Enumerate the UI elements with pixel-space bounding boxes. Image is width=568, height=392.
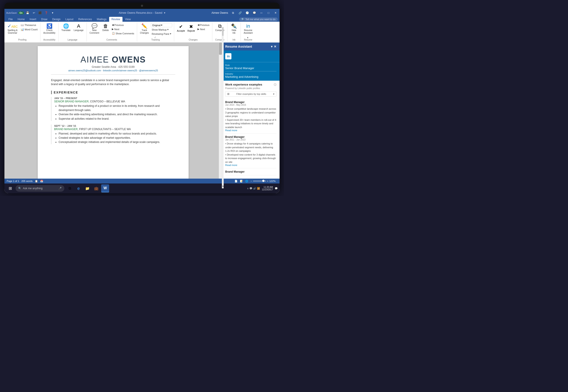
reviewing-pane-arrow: ▾ [170,32,171,35]
tracking-expand-icon[interactable]: ⤢ [154,36,156,39]
next-change-button[interactable]: ▶ Next [196,27,210,31]
show-markup-button[interactable]: Show Markup ▾ [151,28,172,31]
resume-collapse-icon[interactable]: ▲ [247,36,249,39]
zoom-slider[interactable] [253,181,266,182]
close-button[interactable]: ✕ [273,11,278,15]
tab-mailings[interactable]: Mailings [94,17,109,22]
tab-insert[interactable]: Insert [27,17,38,22]
tab-home[interactable]: Home [15,17,27,22]
notification-icon[interactable]: 💬 [275,187,278,190]
minimize-button[interactable]: ─ [259,11,264,15]
bullet-2-3: Conceptualized strategic initiatives and… [59,140,175,144]
check-accessibility-button[interactable]: ♿ Check Accessibility [42,23,56,35]
panel-body: Work experience examples ⓘ Powered by Li… [222,81,280,179]
tell-me-bar[interactable]: 🔍 Tell me what you want to do [239,17,278,21]
undo-icon[interactable]: ↩ [31,10,36,15]
doc-page: AIMEE OWENS Greater Seattle Area · 425 5… [38,46,189,179]
scroll-thumb[interactable] [219,42,222,55]
delete-comment-icon: 🗑 [103,24,108,28]
file-explorer-icon[interactable]: 📁 [83,184,91,192]
spelling-grammar-button[interactable]: ✓ABC Spelling & Grammar [6,23,19,35]
last-name: OWENS [112,55,146,64]
time-display: 11:20 AM [262,186,273,188]
tab-file[interactable]: File [6,17,15,22]
word-count-button[interactable]: 📊 Word Count [20,28,39,31]
zoom-out-btn[interactable]: − [251,180,252,182]
customize-icon[interactable]: ▾ [50,10,55,15]
accept-button[interactable]: ✔ Accept▾ [176,23,186,33]
panel-close-icon[interactable]: ✕ [274,45,276,48]
bullet-1-2: Oversee the wide-reaching advertising in… [59,112,175,117]
maximize-button[interactable]: □ [266,11,271,15]
tab-review[interactable]: Review [109,17,122,22]
track-changes-icon: ✏️ [141,24,147,28]
view-web-icon[interactable]: 🌐 [245,180,248,182]
compare-icon: ⧉ [218,24,222,28]
dropdown-arrow[interactable]: ▾ [164,11,165,14]
help-icon[interactable]: ❓ [44,10,49,15]
task-view-icon[interactable]: ⧉ [66,184,74,192]
scroll-track[interactable] [219,42,222,179]
next-comment-button[interactable]: ▶ Next [111,27,135,31]
tab-references[interactable]: References [76,17,94,22]
start-button[interactable]: ⊞ [6,184,14,192]
prev-change-button[interactable]: ◀ Previous [196,23,210,27]
next-comment-label: Next [114,28,119,31]
zoom-in-btn[interactable]: + [267,180,269,182]
tab-design[interactable]: Design [50,17,62,22]
show-markup-arrow: ▾ [167,28,169,31]
word-icon[interactable]: W [101,184,109,192]
document-title: Aimee Owens Resume.docx - Saved [119,11,162,14]
job-bullets-2: Planned, developed and aided in marketin… [54,132,175,144]
proofing-side: 📖 Thesaurus 📊 Word Count [20,23,39,31]
read-more-1[interactable]: Read more [225,129,276,132]
edge-icon[interactable]: e [75,184,83,192]
tab-draw[interactable]: Draw [39,17,49,22]
reject-button[interactable]: ✖ Reject▾ [187,23,196,33]
view-print-icon[interactable]: 📝 [240,180,243,182]
track-changes-button[interactable]: ✏️ Track Changes [139,23,150,35]
exp-title-3: Brand Manager [225,170,276,173]
ribbon: File Home Insert Draw Design Layout Refe… [4,17,280,42]
doc-scroll-area[interactable]: AIMEE OWENS Greater Seattle Area · 425 5… [4,42,222,179]
reviewing-pane-button[interactable]: Reviewing Pane ▾ [151,32,172,36]
panel-collapse-icon[interactable]: ▾ [271,45,272,48]
resume-assistant-button[interactable]: in Resume Assistant [242,23,254,35]
mic-icon[interactable]: 🎤 [58,187,62,190]
tab-layout[interactable]: Layout [63,17,76,22]
read-more-2[interactable]: Read more [225,164,276,167]
share-icon[interactable]: 🔗 [238,11,242,15]
show-comments-button[interactable]: 📋 Show Comments [111,31,135,35]
store-icon[interactable]: 💼 [92,184,100,192]
prev-comment-label: Previous [114,24,124,26]
hide-ink-button[interactable]: ✒️ Hide Ink [230,23,239,35]
compare-button[interactable]: ⧉ Compare [214,23,225,32]
previous-comment-button[interactable]: ◀ Previous [111,23,135,27]
language-button[interactable]: A Language [73,23,85,32]
taskbar-search[interactable]: 🔍 Ask me anything 🎤 [15,185,64,192]
save-icon[interactable]: 💾 [25,10,30,15]
redo-icon[interactable]: ⬛ [38,10,43,15]
autosave-toggle[interactable]: On [18,12,24,14]
job-title-1: SENIOR BRAND MANAGER, CONTOSO – BELLEVUE… [54,100,175,103]
thesaurus-button[interactable]: 📖 Thesaurus [20,23,39,27]
compare-items: ⧉ Compare [214,23,225,39]
role-value[interactable]: Senior Brand Manager [225,67,276,71]
panel-scrollbar[interactable]: ▾ [222,42,224,179]
restore-window-icon[interactable]: ⧉ [231,11,235,15]
view-read-icon[interactable]: 📄 [235,180,238,182]
original-dropdown[interactable]: Original ▾ [151,23,172,27]
history-icon[interactable]: 🕐 [245,11,249,15]
notes-icon[interactable]: 📋 [35,180,38,182]
tab-view[interactable]: View [123,17,133,22]
industry-value[interactable]: Marketing and Advertising [225,75,276,78]
thesaurus-icon: 📖 [21,24,24,27]
info-icon[interactable]: ⓘ [274,83,276,87]
filter-bar[interactable]: ⊞ Filter examples by top skills ▾ [225,91,276,97]
comments-icon[interactable]: 💬 [252,11,256,15]
translate-button[interactable]: 🌐 Translate [60,23,72,32]
calendar-icon[interactable]: 📅 [40,180,43,182]
new-comment-button[interactable]: 💬 New Comment [89,23,100,35]
industry-label: Industry [225,73,276,75]
delete-comment-button[interactable]: 🗑 Delete [101,23,110,32]
